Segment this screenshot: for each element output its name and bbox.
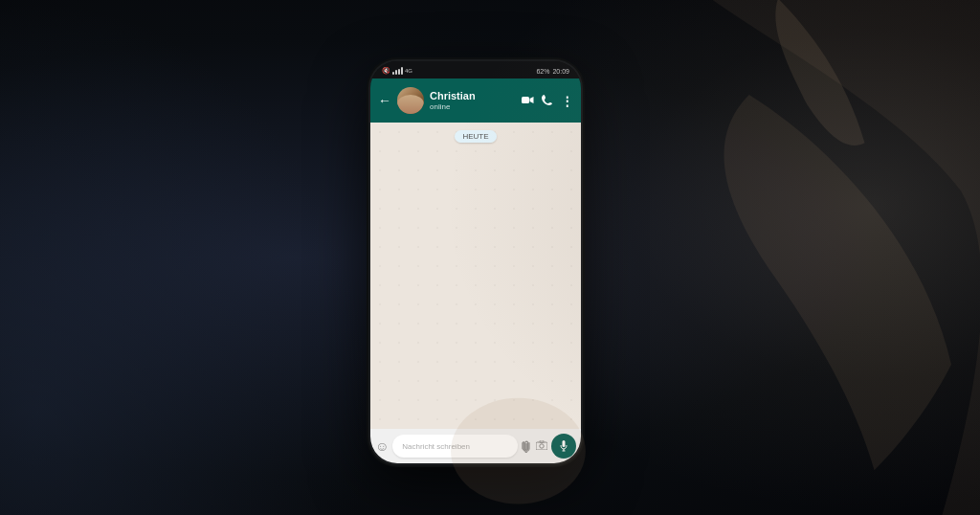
avatar-face bbox=[397, 95, 424, 114]
avatar bbox=[397, 87, 424, 114]
bg-dark-left bbox=[0, 0, 372, 515]
mute-icon: 🔇 bbox=[382, 67, 390, 75]
svg-rect-0 bbox=[522, 97, 529, 103]
scene: 🔇 4G 62% 20:09 ← bbox=[0, 0, 980, 515]
date-badge: HEUTE bbox=[455, 130, 496, 143]
camera-button[interactable] bbox=[536, 440, 547, 452]
attach-button[interactable] bbox=[519, 438, 535, 455]
header-actions: ⋮ bbox=[522, 94, 573, 108]
status-bar-right: 62% 20:09 bbox=[536, 68, 569, 75]
svg-marker-1 bbox=[530, 97, 534, 103]
svg-rect-5 bbox=[563, 440, 566, 447]
video-call-button[interactable] bbox=[522, 95, 534, 106]
contact-name: Christian bbox=[430, 90, 516, 102]
mic-button[interactable] bbox=[551, 434, 576, 459]
message-placeholder: Nachricht schreiben bbox=[402, 442, 470, 451]
status-bar: 🔇 4G 62% 20:09 bbox=[370, 61, 581, 78]
phone-wrapper: 🔇 4G 62% 20:09 ← bbox=[370, 61, 581, 463]
more-options-button[interactable]: ⋮ bbox=[561, 94, 573, 108]
contact-info: Christian online bbox=[430, 90, 516, 112]
message-input[interactable]: Nachricht schreiben bbox=[392, 435, 518, 458]
svg-rect-2 bbox=[536, 442, 547, 450]
chat-area: HEUTE bbox=[370, 123, 581, 429]
input-area: ☺ Nachricht schreiben bbox=[370, 429, 581, 463]
svg-point-3 bbox=[540, 444, 544, 448]
contact-status: online bbox=[430, 102, 516, 112]
phone: 🔇 4G 62% 20:09 ← bbox=[370, 61, 581, 463]
svg-rect-4 bbox=[540, 440, 544, 443]
back-button[interactable]: ← bbox=[378, 94, 391, 107]
phone-call-button[interactable] bbox=[542, 94, 553, 107]
signal-bars bbox=[392, 67, 403, 75]
network-icon: 4G bbox=[405, 68, 412, 74]
emoji-button[interactable]: ☺ bbox=[375, 439, 389, 453]
whatsapp-header: ← Christian online bbox=[370, 78, 581, 123]
battery-percentage: 62% bbox=[536, 68, 549, 75]
status-bar-left: 🔇 4G bbox=[382, 67, 412, 75]
time: 20:09 bbox=[552, 68, 569, 75]
